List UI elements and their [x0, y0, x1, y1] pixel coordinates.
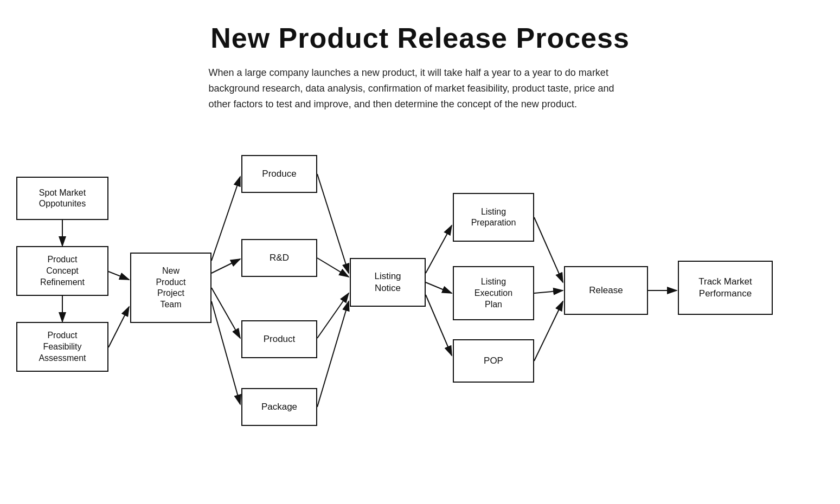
new-product-team-box: NewProductProjectTeam [130, 253, 211, 323]
listing-notice-box: ListingNotice [350, 258, 426, 307]
svg-line-8 [211, 301, 240, 404]
page: New Product Release Process When a large… [0, 0, 840, 504]
track-market-box: Track MarketPerformance [678, 261, 773, 315]
package-box: Package [241, 388, 317, 426]
rnd-box: R&D [241, 239, 317, 277]
diagram: Spot MarketOppotunites ProductConceptRef… [0, 122, 840, 448]
svg-line-16 [534, 217, 563, 282]
svg-line-17 [534, 290, 563, 293]
svg-line-6 [211, 259, 240, 273]
product-feasibility-box: ProductFeasibilityAssessment [16, 322, 108, 372]
description: When a large company launches a new prod… [209, 65, 632, 112]
svg-line-15 [426, 295, 452, 356]
svg-line-4 [108, 272, 129, 280]
svg-line-3 [108, 307, 129, 347]
svg-line-9 [317, 174, 349, 273]
listing-execution-box: ListingExecutionPlan [453, 266, 534, 320]
svg-line-12 [317, 301, 349, 407]
listing-preparation-box: ListingPreparation [453, 193, 534, 242]
svg-line-7 [211, 288, 240, 338]
svg-line-10 [317, 258, 349, 277]
spot-market-box: Spot MarketOppotunites [16, 177, 108, 220]
product-concept-box: ProductConceptRefinement [16, 246, 108, 296]
svg-line-14 [426, 282, 452, 293]
product-box: Product [241, 320, 317, 358]
release-box: Release [564, 266, 648, 315]
svg-line-5 [211, 177, 240, 261]
header: New Product Release Process When a large… [0, 0, 840, 117]
svg-line-18 [534, 301, 563, 361]
produce-box: Produce [241, 155, 317, 193]
pop-box: POP [453, 339, 534, 383]
svg-line-13 [426, 225, 452, 273]
page-title: New Product Release Process [0, 22, 840, 54]
